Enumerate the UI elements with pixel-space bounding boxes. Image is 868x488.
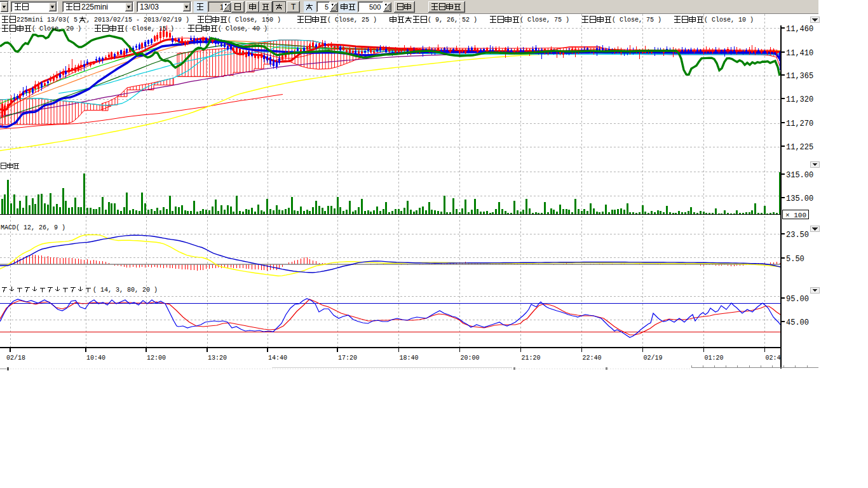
svg-text:17:20: 17:20 <box>338 355 357 362</box>
svg-text:135.00: 135.00 <box>786 194 813 203</box>
svg-text:02/18: 02/18 <box>6 355 25 362</box>
svg-text:21:20: 21:20 <box>522 355 541 362</box>
svg-text:( 14, 3, 80, 20 ): ( 14, 3, 80, 20 ) <box>93 287 158 294</box>
svg-text:13:20: 13:20 <box>208 355 227 362</box>
svg-text:( Close, 75 ): ( Close, 75 ) <box>612 17 661 24</box>
svg-text:( Close, 25 ): ( Close, 25 ) <box>327 17 377 24</box>
svg-text:225mini: 225mini <box>81 3 108 11</box>
svg-text:11,225: 11,225 <box>786 143 813 152</box>
svg-text:22:40: 22:40 <box>583 355 602 362</box>
svg-text:( Close, 40 ): ( Close, 40 ) <box>218 25 268 32</box>
svg-text:11,365: 11,365 <box>786 72 813 81</box>
svg-text:01:20: 01:20 <box>705 355 724 362</box>
svg-text:( 9, 26, 52 ): ( 9, 26, 52 ) <box>428 17 477 24</box>
svg-text:23.50: 23.50 <box>786 231 809 240</box>
svg-text:20:00: 20:00 <box>461 355 480 362</box>
svg-text:500: 500 <box>369 3 381 11</box>
svg-text:( Close, 75 ): ( Close, 75 ) <box>520 17 569 24</box>
svg-text:( Close, 150 ): ( Close, 150 ) <box>227 17 281 24</box>
svg-text:315.00: 315.00 <box>786 171 813 180</box>
svg-text:5.50: 5.50 <box>786 255 804 264</box>
svg-text:45.00: 45.00 <box>786 318 809 327</box>
svg-text:13/03: 13/03 <box>140 3 159 11</box>
svg-text:11,320: 11,320 <box>786 95 813 104</box>
svg-text:10:40: 10:40 <box>86 355 105 362</box>
svg-text:11,410: 11,410 <box>786 49 813 58</box>
svg-text:( Close, 20 ): ( Close, 20 ) <box>32 25 81 32</box>
svg-text:14:40: 14:40 <box>268 355 287 362</box>
svg-text:225mini 13/03( 5: 225mini 13/03( 5 <box>17 17 78 24</box>
svg-text:T: T <box>291 3 296 11</box>
svg-text:95.00: 95.00 <box>786 295 809 304</box>
svg-text:02/19: 02/19 <box>644 355 663 362</box>
svg-text:( Close, 15 ): ( Close, 15 ) <box>125 25 174 32</box>
svg-text:MACD( 12, 26, 9 ): MACD( 12, 26, 9 ) <box>1 224 65 231</box>
svg-text:12:00: 12:00 <box>147 355 166 362</box>
svg-text:× 100: × 100 <box>785 212 806 219</box>
svg-text:11,270: 11,270 <box>786 119 813 128</box>
svg-text:02:4: 02:4 <box>766 355 781 362</box>
svg-text:11,460: 11,460 <box>786 25 813 34</box>
svg-text:5: 5 <box>325 3 329 11</box>
svg-text:18:40: 18:40 <box>400 355 419 362</box>
svg-text:, 2013/02/15 - 2013/02/19 ): , 2013/02/15 - 2013/02/19 ) <box>86 17 189 24</box>
svg-text:( Close, 10 ): ( Close, 10 ) <box>704 17 754 24</box>
